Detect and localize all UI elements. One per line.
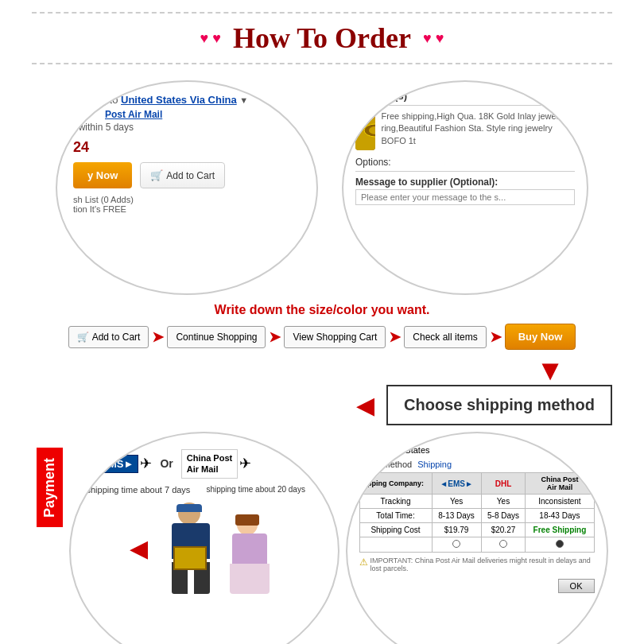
ok-button[interactable]: OK [558,579,595,593]
shipping-logos-row: ◄EMS► ✈ Or China PostAir Mail ✈ [87,449,322,479]
col-header-dhl: DHL [481,473,526,495]
choose-shipping-area: ◀ Choose shipping method [0,385,644,425]
shipping-options-circle: ◄EMS► ✈ Or China PostAir Mail ✈ shipping… [69,432,339,644]
shipping-method-label: pping Method Shipping [359,460,595,469]
choose-shipping-box: Choose shipping method [386,385,612,425]
arrow-2: ➤ [269,328,281,346]
shipping-to-text: hipping to [73,94,118,106]
radio-cp[interactable] [526,537,594,553]
protection-text: tion It's FREE [73,204,301,214]
delivery-scene: ◀ [87,502,322,594]
step-buy-now[interactable]: Buy Now [505,324,576,350]
radio-label [359,537,432,553]
product-page-circle: hipping to United States Via China ▼ Pos… [56,80,318,295]
cart-icon-step: 🛒 [77,332,89,343]
shipping-link[interactable]: United States Via China [121,94,237,106]
tracking-cp: Inconsistent [526,495,594,509]
col-header-company: pping Company: [359,473,432,495]
cost-dhl: $20.27 [481,523,526,537]
top-circles-row: hipping to United States Via China ▼ Pos… [0,80,644,295]
step-view-cart[interactable]: View Shopping Cart [284,326,386,348]
badge: 99 [363,111,375,119]
heart-right: ♥ ♥ [423,30,444,47]
ems-plane-icon: ✈ [140,455,152,472]
ems-option: ◄EMS► ✈ [87,455,153,473]
radio-ems[interactable] [432,537,481,553]
choose-shipping-text: Choose shipping method [404,396,595,413]
message-input[interactable] [355,189,575,205]
checkout-content: Product(s) 99 Free shipping,High Qua. 18… [343,82,587,213]
write-down-section: Write down the size/color you want. [0,303,644,317]
add-to-cart-label: Add to Cart [166,170,215,181]
buy-now-button[interactable]: y Now [73,162,132,188]
step-add-to-cart[interactable]: 🛒 Add to Cart [68,326,149,348]
cost-cp: Free Shipping [526,523,594,537]
china-post-option: China PostAir Mail ✈ [181,449,251,479]
shipping-cost-label: Shipping Cost [359,523,432,537]
delivery-man [156,502,227,594]
wishlist-text[interactable]: sh List (0 Adds) [73,195,301,204]
cart-icon: 🛒 [150,169,163,181]
step-continue-shopping[interactable]: Continue Shopping [167,326,266,348]
or-text: Or [160,457,173,470]
dhl-col: DHL [495,479,512,488]
dropdown-arrow[interactable]: ▼ [239,95,248,105]
post-air-link[interactable]: Post Air Mail [105,109,162,120]
shipping-times: shipping time about 7 days shipping time… [87,485,322,495]
shipping-label: hipping to United States Via China ▼ [73,94,301,106]
step-label-1: Add to Cart [92,332,141,343]
arrow-3: ➤ [389,328,401,346]
arrow-1: ➤ [152,328,164,346]
cost-ems: $19.79 [432,523,481,537]
ems-logo: ◄EMS► [87,455,139,473]
table-row-radio [359,537,594,553]
tracking-ems: Yes [432,495,481,509]
col-header-ems: ◄EMS► [432,473,481,495]
total-time-dhl: 5-8 Days [481,509,526,523]
arrow-4: ➤ [490,328,502,346]
ems-col: ◄EMS► [440,479,472,488]
product-page-content: hipping to United States Via China ▼ Pos… [57,82,316,226]
important-note: ⚠ IMPORTANT: China Post Air Mail deliver… [359,557,595,572]
tracking-label: Tracking [359,495,432,509]
products-header: Product(s) [355,90,575,106]
arrow-left-to-shipping: ◀ [356,391,374,419]
step-check-items[interactable]: Check all items [404,326,486,348]
table-row-time: Total Time: 8-13 Days 5-8 Days 18-43 Day… [359,509,594,523]
arrow-down-container: ▼ [536,356,564,385]
radio-dhl-input[interactable] [499,540,507,548]
write-down-text: Write down the size/color you want. [215,303,430,316]
china-post-logo: China PostAir Mail [181,449,238,479]
us-flag-row: United States [359,445,595,455]
checkout-circle: Product(s) 99 Free shipping,High Qua. 18… [342,80,588,295]
total-time-label: Total Time: [359,509,432,523]
payment-label: Payment [37,448,63,527]
china-post-plane-icon: ✈ [239,455,251,472]
shipping-table: pping Company: ◄EMS► DHL China PostAir M… [359,472,595,553]
united-states-label: United States [378,445,430,455]
delivery-woman [219,514,279,594]
radio-cp-input[interactable] [556,540,564,548]
arrow-left-delivery: ◀ [130,534,148,562]
step-label-5: Buy Now [518,331,563,343]
shipping-table-content: United States pping Method Shipping ppin… [347,433,607,588]
product-thumbnail: 99 [355,111,375,150]
price-display: 24 [73,139,301,156]
radio-dhl[interactable] [481,537,526,553]
col-header-cp: China PostAir Mail [526,473,594,495]
add-to-cart-button[interactable]: 🛒 Add to Cart [140,162,225,188]
product-description: Free shipping,High Qua. 18K Gold Inlay j… [382,111,575,150]
table-row-cost: Shipping Cost $19.79 $20.27 Free Shippin… [359,523,594,537]
options-label: Options: [355,157,575,168]
delivery-days: t within 5 days [73,122,301,133]
action-buttons: y Now 🛒 Add to Cart [73,162,301,188]
title-section: ♥ ♥ How To Order ♥ ♥ [0,0,644,72]
product-area: 99 Free shipping,High Qua. 18K Gold Inla… [355,111,575,150]
shipping-table-circle: United States pping Method Shipping ppin… [346,432,608,644]
total-time-ems: 8-13 Days [432,509,481,523]
shipping-options-content: ◄EMS► ✈ Or China PostAir Mail ✈ shipping… [71,433,338,602]
page-title: How To Order [233,21,411,55]
table-row-tracking: Tracking Yes Yes Inconsistent [359,495,594,509]
radio-ems-input[interactable] [452,540,460,548]
total-time-cp: 18-43 Days [526,509,594,523]
